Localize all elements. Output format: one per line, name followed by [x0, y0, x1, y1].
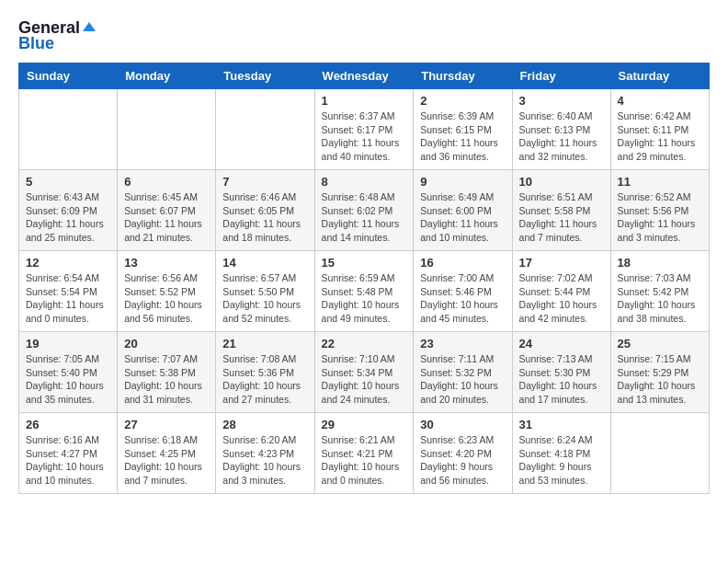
day-number: 23	[420, 337, 505, 350]
calendar-cell	[610, 413, 709, 494]
day-number: 20	[124, 337, 209, 350]
day-info: Sunrise: 7:05 AM Sunset: 5:40 PM Dayligh…	[26, 352, 110, 407]
day-number: 5	[26, 175, 110, 189]
day-number: 8	[322, 175, 407, 189]
day-number: 6	[124, 175, 209, 189]
day-info: Sunrise: 6:42 AM Sunset: 6:11 PM Dayligh…	[618, 109, 702, 164]
page-header: General Blue	[18, 18, 710, 53]
calendar-cell: 6Sunrise: 6:45 AM Sunset: 6:07 PM Daylig…	[118, 170, 216, 251]
day-number: 21	[222, 337, 307, 350]
day-number: 28	[222, 418, 307, 431]
day-of-week-header: Friday	[512, 63, 610, 89]
day-info: Sunrise: 6:48 AM Sunset: 6:02 PM Dayligh…	[322, 190, 407, 245]
day-info: Sunrise: 6:21 AM Sunset: 4:21 PM Dayligh…	[322, 433, 407, 488]
calendar-cell: 29Sunrise: 6:21 AM Sunset: 4:21 PM Dayli…	[314, 413, 414, 494]
calendar-cell: 15Sunrise: 6:59 AM Sunset: 5:48 PM Dayli…	[314, 251, 414, 332]
day-of-week-header: Wednesday	[314, 63, 414, 89]
calendar-cell: 12Sunrise: 6:54 AM Sunset: 5:54 PM Dayli…	[19, 251, 118, 332]
day-of-week-header: Thursday	[414, 63, 512, 89]
day-number: 22	[322, 337, 407, 350]
calendar-cell: 31Sunrise: 6:24 AM Sunset: 4:18 PM Dayli…	[512, 413, 610, 494]
day-number: 17	[519, 256, 604, 270]
calendar-cell: 30Sunrise: 6:23 AM Sunset: 4:20 PM Dayli…	[414, 413, 512, 494]
day-number: 15	[322, 256, 407, 270]
logo: General Blue	[18, 18, 96, 53]
day-number: 1	[322, 94, 407, 108]
calendar-cell: 3Sunrise: 6:40 AM Sunset: 6:13 PM Daylig…	[512, 89, 610, 170]
calendar-week-row: 12Sunrise: 6:54 AM Sunset: 5:54 PM Dayli…	[19, 251, 710, 332]
calendar-cell: 13Sunrise: 6:56 AM Sunset: 5:52 PM Dayli…	[118, 251, 216, 332]
day-number: 16	[420, 256, 505, 270]
day-info: Sunrise: 6:18 AM Sunset: 4:25 PM Dayligh…	[124, 433, 209, 488]
day-info: Sunrise: 6:20 AM Sunset: 4:23 PM Dayligh…	[222, 433, 307, 488]
calendar-cell: 8Sunrise: 6:48 AM Sunset: 6:02 PM Daylig…	[314, 170, 414, 251]
day-number: 26	[26, 418, 110, 431]
calendar-cell: 27Sunrise: 6:18 AM Sunset: 4:25 PM Dayli…	[118, 413, 216, 494]
day-number: 12	[26, 256, 110, 270]
calendar-cell: 23Sunrise: 7:11 AM Sunset: 5:32 PM Dayli…	[414, 332, 512, 413]
logo-triangle-icon	[83, 22, 96, 31]
day-info: Sunrise: 6:40 AM Sunset: 6:13 PM Dayligh…	[519, 109, 604, 164]
day-info: Sunrise: 7:07 AM Sunset: 5:38 PM Dayligh…	[124, 352, 209, 407]
day-info: Sunrise: 6:46 AM Sunset: 6:05 PM Dayligh…	[222, 190, 307, 245]
calendar-cell: 17Sunrise: 7:02 AM Sunset: 5:44 PM Dayli…	[512, 251, 610, 332]
calendar-header-row: SundayMondayTuesdayWednesdayThursdayFrid…	[19, 63, 710, 89]
calendar-cell: 2Sunrise: 6:39 AM Sunset: 6:15 PM Daylig…	[414, 89, 512, 170]
day-number: 9	[420, 175, 505, 189]
day-info: Sunrise: 6:52 AM Sunset: 5:56 PM Dayligh…	[618, 190, 702, 245]
calendar-week-row: 5Sunrise: 6:43 AM Sunset: 6:09 PM Daylig…	[19, 170, 710, 251]
day-info: Sunrise: 6:37 AM Sunset: 6:17 PM Dayligh…	[322, 109, 407, 164]
day-of-week-header: Saturday	[610, 63, 709, 89]
calendar-cell: 26Sunrise: 6:16 AM Sunset: 4:27 PM Dayli…	[19, 413, 118, 494]
day-info: Sunrise: 6:59 AM Sunset: 5:48 PM Dayligh…	[322, 271, 407, 326]
calendar-week-row: 26Sunrise: 6:16 AM Sunset: 4:27 PM Dayli…	[19, 413, 710, 494]
day-info: Sunrise: 6:45 AM Sunset: 6:07 PM Dayligh…	[124, 190, 209, 245]
day-info: Sunrise: 6:56 AM Sunset: 5:52 PM Dayligh…	[124, 271, 209, 326]
calendar-cell: 21Sunrise: 7:08 AM Sunset: 5:36 PM Dayli…	[216, 332, 314, 413]
day-number: 7	[222, 175, 307, 189]
day-number: 11	[618, 175, 702, 189]
calendar-cell: 7Sunrise: 6:46 AM Sunset: 6:05 PM Daylig…	[216, 170, 314, 251]
calendar-cell: 19Sunrise: 7:05 AM Sunset: 5:40 PM Dayli…	[19, 332, 118, 413]
calendar-week-row: 19Sunrise: 7:05 AM Sunset: 5:40 PM Dayli…	[19, 332, 710, 413]
calendar-cell: 9Sunrise: 6:49 AM Sunset: 6:00 PM Daylig…	[414, 170, 512, 251]
calendar-cell: 24Sunrise: 7:13 AM Sunset: 5:30 PM Dayli…	[512, 332, 610, 413]
calendar-cell: 4Sunrise: 6:42 AM Sunset: 6:11 PM Daylig…	[610, 89, 709, 170]
day-info: Sunrise: 7:02 AM Sunset: 5:44 PM Dayligh…	[519, 271, 604, 326]
day-of-week-header: Tuesday	[216, 63, 314, 89]
day-info: Sunrise: 6:51 AM Sunset: 5:58 PM Dayligh…	[519, 190, 604, 245]
day-number: 13	[124, 256, 209, 270]
day-info: Sunrise: 7:10 AM Sunset: 5:34 PM Dayligh…	[322, 352, 407, 407]
calendar-cell	[19, 89, 118, 170]
calendar-cell: 1Sunrise: 6:37 AM Sunset: 6:17 PM Daylig…	[314, 89, 414, 170]
calendar-cell: 5Sunrise: 6:43 AM Sunset: 6:09 PM Daylig…	[19, 170, 118, 251]
logo-blue-text: Blue	[18, 34, 54, 53]
day-number: 3	[519, 94, 604, 108]
calendar-cell: 25Sunrise: 7:15 AM Sunset: 5:29 PM Dayli…	[610, 332, 709, 413]
day-info: Sunrise: 6:23 AM Sunset: 4:20 PM Dayligh…	[420, 433, 505, 488]
day-info: Sunrise: 7:03 AM Sunset: 5:42 PM Dayligh…	[618, 271, 702, 326]
calendar-cell: 20Sunrise: 7:07 AM Sunset: 5:38 PM Dayli…	[118, 332, 216, 413]
day-number: 18	[618, 256, 702, 270]
calendar-cell: 14Sunrise: 6:57 AM Sunset: 5:50 PM Dayli…	[216, 251, 314, 332]
day-info: Sunrise: 7:13 AM Sunset: 5:30 PM Dayligh…	[519, 352, 604, 407]
day-info: Sunrise: 6:39 AM Sunset: 6:15 PM Dayligh…	[420, 109, 505, 164]
day-number: 10	[519, 175, 604, 189]
day-info: Sunrise: 6:57 AM Sunset: 5:50 PM Dayligh…	[222, 271, 307, 326]
day-number: 19	[26, 337, 110, 350]
day-info: Sunrise: 7:15 AM Sunset: 5:29 PM Dayligh…	[618, 352, 702, 407]
calendar-cell	[216, 89, 314, 170]
calendar-cell: 18Sunrise: 7:03 AM Sunset: 5:42 PM Dayli…	[610, 251, 709, 332]
day-info: Sunrise: 6:49 AM Sunset: 6:00 PM Dayligh…	[420, 190, 505, 245]
day-number: 4	[618, 94, 702, 108]
day-number: 24	[519, 337, 604, 350]
day-number: 31	[519, 418, 604, 431]
calendar-cell: 28Sunrise: 6:20 AM Sunset: 4:23 PM Dayli…	[216, 413, 314, 494]
day-info: Sunrise: 6:16 AM Sunset: 4:27 PM Dayligh…	[26, 433, 110, 488]
day-info: Sunrise: 6:24 AM Sunset: 4:18 PM Dayligh…	[519, 433, 604, 488]
day-info: Sunrise: 7:08 AM Sunset: 5:36 PM Dayligh…	[222, 352, 307, 407]
calendar-cell: 16Sunrise: 7:00 AM Sunset: 5:46 PM Dayli…	[414, 251, 512, 332]
day-number: 25	[618, 337, 702, 350]
day-of-week-header: Sunday	[19, 63, 118, 89]
day-info: Sunrise: 7:11 AM Sunset: 5:32 PM Dayligh…	[420, 352, 505, 407]
